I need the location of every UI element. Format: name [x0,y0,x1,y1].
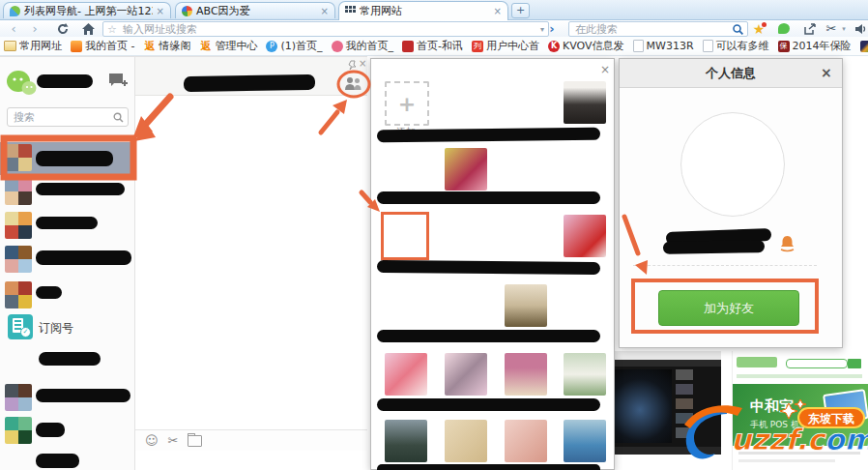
notification-dot [762,22,767,27]
bookmark-item[interactable]: KKVOV信息发 [548,39,624,53]
wechat-logo-icon [6,69,37,98]
bookmark-star-icon[interactable]: ☆ [107,23,117,36]
redacted-member-names [377,191,600,204]
member-avatar[interactable] [505,284,547,327]
member-avatar[interactable] [385,420,427,462]
group-avatar[interactable] [5,246,32,273]
green-site-line [738,452,860,455]
bookmark-item[interactable]: 2014年07月 [860,39,868,53]
speaker-button[interactable] [854,20,868,37]
green-site-searchbar [786,359,848,368]
search-icon[interactable] [733,24,743,35]
member-avatar[interactable] [385,353,427,396]
pin-icon[interactable] [347,60,358,71]
profile-panel: 个人信息 × 加为好友 [619,58,843,348]
tab-liebiao[interactable]: 列表网导航- 上网第一站123.lieb × [3,2,171,18]
bookmark-label: 管理中心 [215,39,257,53]
member-avatar[interactable] [445,148,487,191]
bao-icon: 保 [778,41,790,52]
bookmark-item[interactable]: 列用户中心首 [472,39,539,53]
subscriptions-label[interactable]: 订阅号 [39,320,73,337]
highlighted-member-cell[interactable] [381,212,429,260]
member-avatar[interactable] [564,420,606,462]
member-avatar[interactable] [445,353,487,396]
forward-button[interactable]: › [27,20,43,37]
group-avatar[interactable] [5,178,32,205]
tab-common-sites[interactable]: 常用网站 × [338,1,508,20]
address-bar[interactable]: ☆ ▾ [102,21,549,37]
member-avatar[interactable] [445,420,487,462]
screenshot-button[interactable]: ✂ [824,20,839,37]
wechat-sidebar: ✓ 订阅号 [0,57,135,470]
member-avatar[interactable] [564,81,606,124]
chat-close-icon[interactable]: × [359,58,366,69]
redacted-member-names [377,260,600,275]
speaker-icon [855,23,867,35]
green-site-nav [737,374,862,378]
screenshot-icon[interactable]: ✂ [168,433,179,448]
contact-search-input[interactable] [12,110,110,125]
go-button[interactable]: › [544,20,560,37]
thumb-chrome-bar [612,351,721,360]
add-member-cell[interactable]: + [385,81,429,126]
group-members-icon[interactable] [344,76,362,91]
bookmark-item[interactable]: 保2014年保险 [778,39,852,53]
contact-search-box[interactable] [7,107,129,127]
new-chat-icon[interactable] [108,73,130,90]
bookmark-item[interactable]: 常用网址 [4,39,62,53]
banner-subtitle: 手机 POS 机 [750,419,799,431]
members-close-icon[interactable]: × [600,63,610,76]
send-file-icon[interactable] [188,435,202,447]
bookmark-label: 首页-和讯 [417,39,463,53]
subscriptions-icon[interactable]: ✓ [8,314,33,339]
tab-close-icon[interactable]: × [494,6,502,16]
background-page-strip [843,58,868,348]
web-search-input[interactable] [573,22,729,37]
group-avatar[interactable] [5,417,32,444]
chat-toolbar: ☺ ✂ [135,429,367,451]
redacted-member-names [377,464,600,470]
bookmark-item[interactable]: 返管理中心 [199,39,257,53]
refresh-button[interactable] [54,20,72,37]
address-input[interactable] [121,22,536,37]
bookmark-item[interactable]: 首页-和讯 [402,39,463,53]
emoji-icon[interactable]: ☺ [145,433,159,448]
favorites-star-button[interactable]: ★ [750,20,767,37]
share-button[interactable] [801,20,819,37]
chat-header: × [135,57,367,96]
bookmark-item[interactable]: 我的首页 - [71,39,134,53]
group-avatar[interactable] [5,281,32,308]
tab-abc[interactable]: ABC因为爱 × [175,2,335,18]
site-icon [402,41,414,52]
screenshot-dropdown-icon[interactable]: ▾ [840,20,848,37]
bookmark-item[interactable]: 可以有多维 [703,39,769,53]
divider [633,265,817,266]
bookmark-item[interactable]: MW313R [633,40,694,52]
redacted-conversation-name [39,352,101,366]
bookmark-item[interactable]: 我的首页_ [332,39,394,53]
bookmark-item[interactable]: 返情缘阁 [143,39,190,53]
web-search-box[interactable] [568,21,748,37]
member-avatar[interactable] [505,353,547,396]
group-avatar[interactable] [5,212,32,239]
browser-tabbar: 列表网导航- 上网第一站123.lieb × ABC因为爱 × 常用网站 × + [0,0,868,20]
redacted-account-name [37,74,93,88]
tab-close-icon[interactable]: × [157,6,164,16]
back-button[interactable]: ‹ [6,20,21,37]
bookmark-item[interactable]: P(1)首页_ [266,39,322,53]
member-avatar[interactable] [564,353,606,396]
tab-close-icon[interactable]: × [321,6,329,16]
group-avatar[interactable] [5,384,32,411]
profile-close-icon[interactable]: × [821,65,832,80]
wechat-toolbar-button[interactable] [776,20,792,37]
add-friend-button[interactable]: 加为好友 [658,290,799,326]
profile-title: 个人信息 [706,65,756,82]
new-tab-button[interactable]: + [511,3,530,18]
bell-icon[interactable] [779,235,796,252]
wechat-window: ✓ 订阅号 × ☺ [0,56,367,470]
member-avatar[interactable] [564,215,606,257]
fan-icon: 返 [143,41,156,52]
message-input[interactable] [135,451,367,470]
home-button[interactable] [79,20,97,37]
member-avatar[interactable] [505,420,547,462]
